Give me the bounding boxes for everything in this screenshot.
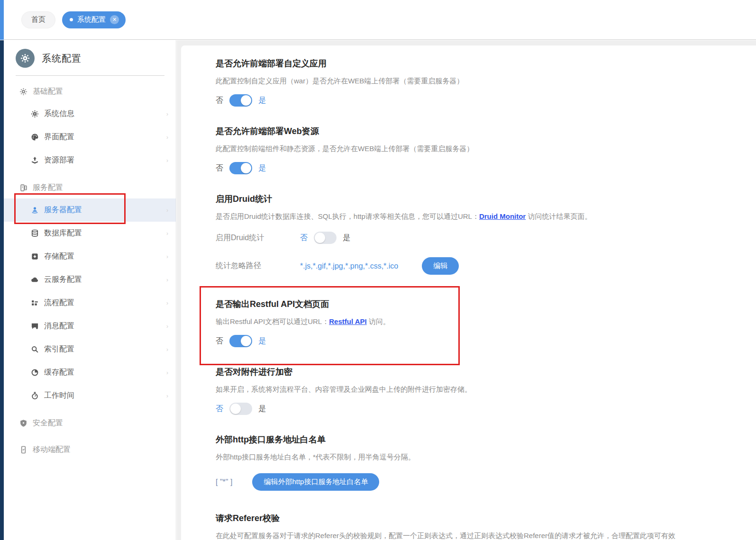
whitelist-value: [ "*" ] [216,478,232,486]
sidebar-group-mobile[interactable]: 移动端配置 [4,439,176,460]
tab-system-config-label: 系统配置 [77,15,106,24]
toggle-no-label: 否 [216,163,223,173]
setting-desc: 外部http接口服务地址白名单，*代表不限制，用半角逗号分隔。 [216,453,742,462]
setting-desc: 输出Restful API文档可以通过URL：Restful API 访问。 [216,317,742,326]
palette-icon [31,133,39,141]
setting-title: 是否允许前端部署自定义应用 [216,58,742,69]
chevron-right-icon: › [166,277,168,283]
mobile-icon [19,446,27,454]
restful-api-link[interactable]: Restful API [329,317,366,325]
settings-panel: 是否允许前端部署自定义应用 此配置控制自定义应用（war）是否允许在WEB端上传… [181,45,756,540]
stopwatch-icon [31,392,39,400]
sidebar-group-basic[interactable]: 基础配置 [4,81,176,102]
setting-desc: 如果开启，系统将对流程平台、内容管理及企业网盘中上传的附件进行加密存储。 [216,385,742,394]
database-icon [31,229,39,237]
toggle-no-label: 否 [216,404,223,414]
setting-desc: 此配置控制前端组件和静态资源，是否允许在WEB端上传部署（需要重启服务器） [216,144,742,153]
setting-desc: 是否启用Druid统计数据库连接、SQL执行，http请求等相关信息，您可以通过… [216,212,742,221]
gear-icon [19,88,27,96]
toggle-knob [241,336,251,346]
toggle-knob [241,95,251,106]
setting-title: 启用Druid统计 [216,193,742,205]
cloud-icon [31,276,39,284]
chevron-right-icon: › [166,300,168,306]
chevron-right-icon: › [166,230,168,237]
item-label: 存储配置 [44,252,74,261]
group-label: 移动端配置 [33,445,71,455]
setting-whitelist: 外部http接口服务地址白名单 外部http接口服务地址白名单，*代表不限制，用… [216,434,742,491]
setting-title: 请求Referer校验 [216,513,742,524]
setting-deploy-web: 是否允许前端部署Web资源 此配置控制前端组件和静态资源，是否允许在WEB端上传… [216,126,742,174]
toggle-row: 否 是 [216,94,742,107]
sidebar-item-cloud-config[interactable]: 云服务配置 › [4,268,176,291]
deploy-upload-icon [31,156,39,164]
group-label: 安全配置 [33,418,63,428]
sidebar-header: 系统配置 [4,40,176,70]
item-label: 服务器配置 [44,205,82,215]
setting-title: 是否对附件进行加密 [216,366,742,378]
chevron-right-icon: › [166,134,168,141]
open-tabs: 首页 系统配置 ✕ [21,11,126,28]
item-label: 流程配置 [44,298,74,308]
chevron-right-icon: › [166,253,168,260]
druid-toggle-label: 启用Druid统计 [216,233,300,243]
toggle-yes-label: 是 [258,96,266,106]
sidebar-item-work-time[interactable]: 工作时间 › [4,384,176,407]
search-icon [31,345,39,353]
sidebar-item-workflow-config[interactable]: 流程配置 › [4,291,176,315]
toggle-knob [315,233,325,243]
sidebar-group-service[interactable]: 服务配置 [4,177,176,198]
chevron-right-icon: › [166,111,168,117]
item-label: 界面配置 [44,132,74,142]
toggle-no-label: 否 [216,336,223,346]
tab-system-config[interactable]: 系统配置 ✕ [62,11,126,28]
sidebar-item-index-config[interactable]: 索引配置 › [4,338,176,361]
toggle-row: 否 是 [216,403,742,415]
setting-title: 是否允许前端部署Web资源 [216,126,742,137]
sidebar-item-system-info[interactable]: 系统信息 › [4,102,176,126]
chat-bubble-icon [31,322,39,330]
storage-save-icon [31,252,39,261]
pie-quarter-icon [31,369,39,377]
setting-restful: 是否输出Restful API文档页面 输出Restful API文档可以通过U… [216,298,742,347]
user-service-icon [31,206,39,214]
chevron-right-icon: › [166,393,168,399]
druid-monitor-link[interactable]: Druid Monitor [479,212,526,220]
sidebar-item-resource-deploy[interactable]: 资源部署 › [4,149,176,172]
deploy-app-toggle[interactable] [229,94,252,107]
corner-accent-stripe [0,0,4,40]
sidebar-item-storage-config[interactable]: 存储配置 › [4,245,176,268]
shield-icon [19,419,27,427]
sidebar-item-ui-config[interactable]: 界面配置 › [4,126,176,149]
server-icon [19,184,27,192]
restful-toggle[interactable] [229,335,252,347]
chevron-right-icon: › [166,346,168,353]
sidebar-item-cache-config[interactable]: 缓存配置 › [4,361,176,384]
item-label: 索引配置 [44,344,74,354]
setting-desc: 此配置控制自定义应用（war）是否允许在WEB端上传部署（需要重启服务器） [216,77,742,86]
setting-referer: 请求Referer校验 在此处可配置服务器对于请求的Referer头的校验规则，… [216,513,742,540]
druid-ignore-row: 统计忽略路径 *.js,*.gif,*.jpg,*.png,*.css,*.ic… [216,257,742,275]
sidebar-item-server-config[interactable]: 服务器配置 › [4,198,176,222]
deploy-web-toggle[interactable] [229,162,252,174]
tab-home-label: 首页 [31,15,46,24]
item-label: 云服务配置 [44,275,82,285]
sidebar-item-message-config[interactable]: 消息配置 › [4,315,176,338]
sidebar-group-security[interactable]: 安全配置 [4,412,176,434]
tab-close-icon[interactable]: ✕ [110,15,119,24]
edit-whitelist-button[interactable]: 编辑外部http接口服务地址白名单 [252,473,379,491]
item-label: 消息配置 [44,321,74,331]
tab-home[interactable]: 首页 [21,11,55,28]
sidebar: 系统配置 基础配置 系统信息 › 界面配置 [4,40,176,540]
edit-ignore-path-button[interactable]: 编辑 [422,257,459,275]
encrypt-toggle[interactable] [229,403,252,415]
druid-toggle[interactable] [314,232,337,244]
page: 首页 系统配置 ✕ 系统配置 基础配置 [0,0,756,540]
setting-desc: 在此处可配置服务器对于请求的Referer头的校验规则，配置一个正则表达式，通过… [216,531,742,540]
setting-title: 是否输出Restful API文档页面 [216,298,742,310]
ignore-path-value: *.js,*.gif,*.jpg,*.png,*.css,*.ico [300,262,398,270]
item-label: 数据库配置 [44,228,82,238]
toggle-yes-label: 是 [258,336,266,346]
sidebar-item-database-config[interactable]: 数据库配置 › [4,222,176,245]
item-label: 资源部署 [44,155,74,165]
